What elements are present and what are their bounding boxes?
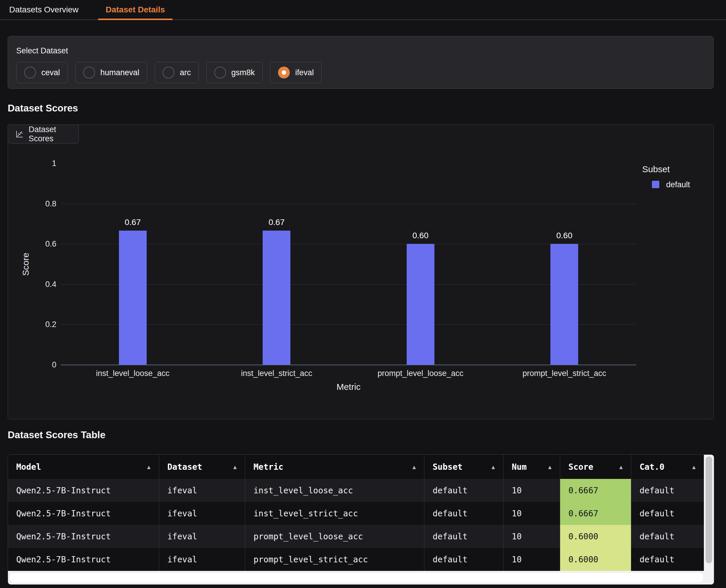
table-grid: Model▲Dataset▲Metric▲Subset▲Num▲Score▲Ca… <box>8 455 704 571</box>
legend-entry-label: default <box>666 180 690 189</box>
radio-selected-icon <box>278 67 290 79</box>
bar-inst-level-strict-acc[interactable] <box>263 231 290 365</box>
gridline-0.6 <box>61 244 636 244</box>
tab-dataset-details[interactable]: Dataset Details <box>98 0 173 19</box>
column-header-label: Dataset <box>167 462 202 472</box>
cell-subset: default <box>424 479 503 502</box>
y-tick-label: 0.6 <box>21 239 56 249</box>
tab-datasets-overview[interactable]: Datasets Overview <box>1 0 86 19</box>
chart-panel-tab[interactable]: Dataset Scores <box>8 124 79 144</box>
cell-cat0: default <box>631 525 704 548</box>
legend-title: Subset <box>642 164 670 174</box>
x-category-label: inst_level_loose_acc <box>96 369 169 378</box>
column-header-subset[interactable]: Subset▲ <box>424 455 503 479</box>
cell-metric: prompt_level_strict_acc <box>245 548 424 571</box>
bar-value-label: 0.67 <box>268 218 285 227</box>
table-row: Qwen2.5-7B-Instructifevalinst_level_loos… <box>8 479 704 502</box>
cell-num: 10 <box>503 479 560 502</box>
radio-option-gsm8k[interactable]: gsm8k <box>206 62 263 83</box>
cell-model: Qwen2.5-7B-Instruct <box>8 548 159 571</box>
cell-score: 0.6000 <box>560 548 631 571</box>
cell-metric: inst_level_strict_acc <box>245 502 424 525</box>
sort-arrow-icon: ▲ <box>492 464 495 470</box>
radio-unselected-icon <box>163 67 175 79</box>
dataset-scores-chart-panel: Dataset Scores 00.20.40.60.810.67inst_le… <box>8 124 713 419</box>
radio-unselected-icon <box>83 67 95 79</box>
x-axis-title: Metric <box>337 382 361 392</box>
sort-arrow-icon: ▲ <box>620 464 623 470</box>
sort-arrow-icon: ▲ <box>548 464 551 470</box>
column-header-cat-0[interactable]: Cat.0▲ <box>631 455 704 479</box>
cell-num: 10 <box>503 502 560 525</box>
horizontal-scrollbar-thumb[interactable] <box>9 572 704 583</box>
select-dataset-panel: Select Dataset cevalhumanevalarcgsm8kife… <box>8 36 713 89</box>
dataset-scores-table: Model▲Dataset▲Metric▲Subset▲Num▲Score▲Ca… <box>8 455 714 585</box>
column-header-label: Cat.0 <box>640 462 664 472</box>
dataset-radio-group: cevalhumanevalarcgsm8kifeval <box>16 62 705 83</box>
x-axis-line <box>61 364 636 365</box>
cell-model: Qwen2.5-7B-Instruct <box>8 479 159 502</box>
x-category-label: prompt_level_loose_acc <box>378 369 463 378</box>
radio-option-ceval[interactable]: ceval <box>16 62 68 83</box>
chart-panel-tab-label: Dataset Scores <box>28 125 72 143</box>
select-dataset-title: Select Dataset <box>16 46 705 56</box>
y-tick-label: 0.4 <box>21 279 56 289</box>
column-header-num[interactable]: Num▲ <box>503 455 560 479</box>
radio-unselected-icon <box>24 67 36 79</box>
column-header-metric[interactable]: Metric▲ <box>245 455 424 479</box>
table-row: Qwen2.5-7B-Instructifevalprompt_level_lo… <box>8 525 704 548</box>
table-row: Qwen2.5-7B-Instructifevalinst_level_stri… <box>8 502 704 525</box>
vertical-scrollbar-thumb[interactable] <box>706 457 712 563</box>
x-category-label: prompt_level_strict_acc <box>522 369 606 378</box>
gridline-0.2 <box>61 324 636 325</box>
column-header-dataset[interactable]: Dataset▲ <box>159 455 245 479</box>
radio-option-label: humaneval <box>100 68 139 77</box>
bar-value-label: 0.67 <box>125 218 141 227</box>
dataset-scores-heading: Dataset Scores <box>8 103 78 114</box>
radio-option-label: arc <box>180 68 191 77</box>
bar-prompt-level-strict-acc[interactable] <box>550 244 578 365</box>
column-header-model[interactable]: Model▲ <box>8 455 159 479</box>
cell-score: 0.6667 <box>560 502 631 525</box>
cell-cat0: default <box>631 502 704 525</box>
radio-option-label: ceval <box>41 68 60 77</box>
x-category-label: inst_level_strict_acc <box>241 369 312 378</box>
sort-arrow-icon: ▲ <box>692 464 695 470</box>
column-header-label: Score <box>568 462 593 472</box>
cell-subset: default <box>424 502 503 525</box>
column-header-label: Metric <box>254 462 283 472</box>
cell-num: 10 <box>503 548 560 571</box>
column-header-label: Subset <box>432 462 462 472</box>
dataset-scores-table-heading: Dataset Scores Table <box>8 429 105 441</box>
y-tick-label: 0.2 <box>21 320 56 329</box>
sort-arrow-icon: ▲ <box>412 464 416 470</box>
column-header-score[interactable]: Score▲ <box>560 455 631 479</box>
cell-score: 0.6667 <box>560 479 631 502</box>
bar-value-label: 0.60 <box>412 231 429 240</box>
cell-cat0: default <box>631 548 704 571</box>
cell-dataset: ifeval <box>159 548 245 571</box>
table-row: Qwen2.5-7B-Instructifevalprompt_level_st… <box>8 548 704 571</box>
y-tick-label: 1 <box>21 159 56 168</box>
legend-swatch[interactable] <box>652 181 659 188</box>
bar-value-label: 0.60 <box>556 231 572 240</box>
horizontal-scrollbar <box>8 571 714 585</box>
radio-option-ifeval[interactable]: ifeval <box>270 62 322 83</box>
cell-metric: prompt_level_loose_acc <box>245 525 424 548</box>
sort-arrow-icon: ▲ <box>147 464 150 470</box>
column-header-label: Model <box>16 462 41 472</box>
gridline-0.4 <box>61 284 636 285</box>
radio-option-arc[interactable]: arc <box>155 62 199 83</box>
scatter-chart-icon <box>15 130 24 139</box>
radio-unselected-icon <box>214 67 226 79</box>
radio-option-humaneval[interactable]: humaneval <box>75 62 147 83</box>
radio-option-label: ifeval <box>295 68 314 77</box>
radio-option-label: gsm8k <box>231 68 255 77</box>
cell-metric: inst_level_loose_acc <box>245 479 424 502</box>
cell-subset: default <box>424 548 503 571</box>
bar-inst-level-loose-acc[interactable] <box>119 231 147 365</box>
bar-prompt-level-loose-acc[interactable] <box>407 244 435 365</box>
y-tick-label: 0 <box>21 360 56 370</box>
cell-subset: default <box>424 525 503 548</box>
vertical-scrollbar <box>704 455 714 571</box>
